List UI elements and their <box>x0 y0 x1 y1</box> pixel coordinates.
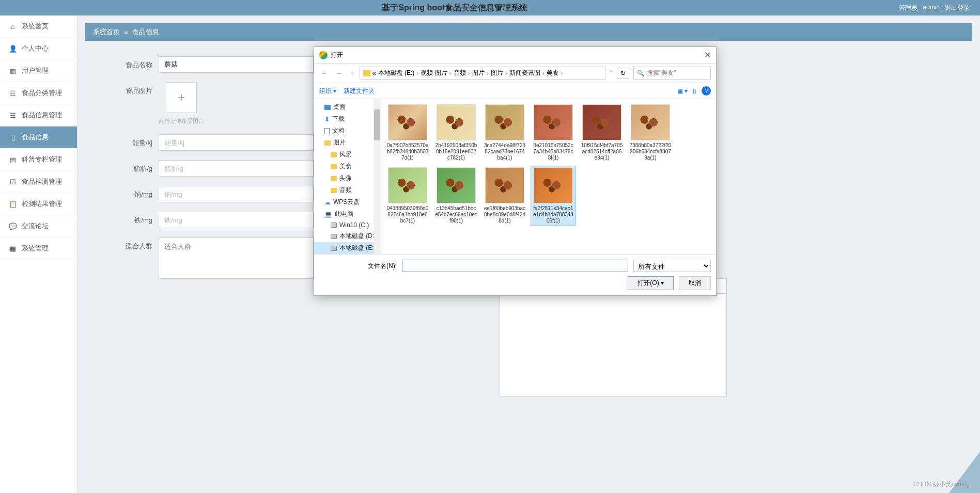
sidebar-item-2[interactable]: ▦用户管理 <box>0 60 77 82</box>
open-button[interactable]: 打开(O) ▾ <box>628 276 674 290</box>
file-thumbnail <box>582 104 621 140</box>
file-name: 2b4192508af350b0b16e2081ee802c782(1) <box>435 142 477 161</box>
path-segment[interactable]: 图片 <box>472 69 485 77</box>
sidebar-item-5[interactable]: ▯食品信息 <box>0 126 77 149</box>
breadcrumb-home[interactable]: 系统首页 <box>93 27 120 37</box>
file-item-0[interactable]: 0a7f907b852570eb82fb34840b35037d(1) <box>385 103 430 162</box>
energy-label: 能量/kj <box>116 134 152 148</box>
forward-icon[interactable]: → <box>334 69 344 78</box>
file-icon: ▯ <box>9 134 17 141</box>
tree-item-4[interactable]: 风景 <box>314 149 381 161</box>
sodium-input[interactable] <box>159 186 314 202</box>
path-segment[interactable]: 新闻资讯图 <box>509 69 540 77</box>
path-bar[interactable]: « 本地磁盘 (E:)›视频 图片›音频›图片›图片›新闻资讯图›美食› <box>360 67 605 79</box>
path-segment[interactable]: 美食 <box>547 69 559 77</box>
file-item-4[interactable]: 10f915df4bf7a705acd82514cff2a06e34(1) <box>580 103 624 162</box>
tree-item-1[interactable]: ⬇下载 <box>314 113 381 125</box>
path-segment[interactable]: 音频 <box>454 69 466 77</box>
scrollbar-thumb[interactable] <box>374 109 380 140</box>
tree-item-9[interactable]: 💻此电脑 <box>314 208 381 220</box>
tree-label: 音频 <box>339 186 352 195</box>
file-item-2[interactable]: 3ce2744da98f72382caad73be1674ba4(1) <box>483 103 527 162</box>
path-dropdown-icon[interactable]: ˅ <box>610 70 613 77</box>
file-item-7[interactable]: c13b45bad51bbce54b7ec69ec10ecf90(1) <box>434 166 478 225</box>
sidebar: ⌂系统首页👤个人中心▦用户管理☰食品分类管理☰食品信息管理▯食品信息▤科普专栏管… <box>0 15 77 493</box>
tree-scrollbar[interactable] <box>374 99 381 254</box>
file-item-6[interactable]: 0438895039f88d0622c6a1bb910e6bc7(1) <box>385 166 430 225</box>
fat-input[interactable] <box>159 160 314 177</box>
breadcrumb-current: 食品信息 <box>132 27 159 37</box>
sidebar-item-9[interactable]: 💬交流论坛 <box>0 215 77 237</box>
filename-input[interactable] <box>402 260 628 272</box>
close-icon[interactable]: ✕ <box>704 50 711 60</box>
tree-item-3[interactable]: 图片 <box>314 137 381 149</box>
editor-body[interactable] <box>500 293 727 396</box>
folder-tree: 桌面⬇下载文档图片风景美食头像音频☁WPS云盘💻此电脑Win10 (C:)本地磁… <box>314 99 381 254</box>
logout-link[interactable]: 退出登录 <box>945 4 970 12</box>
organize-menu[interactable]: 组织 ▾ <box>319 87 336 96</box>
sidebar-item-6[interactable]: ▤科普专栏管理 <box>0 149 77 171</box>
username: admin <box>923 4 940 12</box>
clip-icon: 📋 <box>9 200 17 208</box>
tree-item-0[interactable]: 桌面 <box>314 101 381 113</box>
breadcrumb: 系统首页 ≡ 食品信息 <box>85 23 972 41</box>
file-item-3[interactable]: 8e21016b75052c7a34b45b83479c8f(1) <box>531 103 575 162</box>
preview-pane-icon[interactable]: ▯ <box>693 87 696 94</box>
path-segment[interactable]: 本地磁盘 (E:) <box>378 69 415 77</box>
file-name: 8e21016b75052c7a34b45b83479c8f(1) <box>532 142 574 161</box>
file-item-5[interactable]: 7388b80a3722f20906b634ccfa38079a(1) <box>628 103 673 162</box>
sidebar-item-7[interactable]: ☑食品检测管理 <box>0 171 77 193</box>
sidebar-label: 个人中心 <box>22 44 49 53</box>
cancel-button[interactable]: 取消 <box>679 276 711 290</box>
tree-item-12[interactable]: 本地磁盘 (E:) <box>314 242 381 254</box>
file-item-9[interactable]: fa2f2811e34ceb1e1d4b8da78834306f(1) <box>531 166 575 225</box>
sidebar-label: 用户管理 <box>22 66 49 75</box>
sidebar-label: 系统首页 <box>22 22 49 31</box>
back-icon[interactable]: ← <box>319 69 330 78</box>
sidebar-item-10[interactable]: ▦系统管理 <box>0 237 77 260</box>
tree-item-6[interactable]: 头像 <box>314 172 381 184</box>
food-name-input[interactable] <box>159 56 314 73</box>
tree-item-11[interactable]: 本地磁盘 (D:) <box>314 230 381 242</box>
energy-input[interactable] <box>159 134 314 151</box>
tree-item-8[interactable]: ☁WPS云盘 <box>314 196 381 208</box>
path-segment[interactable]: 图片 <box>491 69 503 77</box>
tree-item-5[interactable]: 美食 <box>314 161 381 172</box>
path-segment[interactable]: 视频 图片 <box>421 69 447 77</box>
path-prefix: « <box>372 70 376 77</box>
new-folder-button[interactable]: 新建文件夹 <box>344 87 375 96</box>
upload-button[interactable]: + <box>166 82 197 113</box>
filetype-filter[interactable]: 所有文件 <box>633 260 711 272</box>
tree-label: 本地磁盘 (E:) <box>339 244 376 252</box>
header-user-area: 管理员 admin 退出登录 <box>899 4 970 12</box>
food-name-label: 食品名称 <box>116 56 152 70</box>
refresh-button[interactable]: ↻ <box>617 68 629 79</box>
file-item-1[interactable]: 2b4192508af350b0b16e2081ee802c782(1) <box>434 103 478 162</box>
sidebar-item-4[interactable]: ☰食品信息管理 <box>0 104 77 126</box>
dialog-titlebar[interactable]: 打开 ✕ <box>314 47 716 63</box>
sidebar-label: 检测结果管理 <box>22 199 62 209</box>
file-item-8[interactable]: ee1f80beb903bac0be8c09e0d8f42d8d(1) <box>483 166 527 225</box>
tree-item-10[interactable]: Win10 (C:) <box>314 220 381 230</box>
tree-item-2[interactable]: 文档 <box>314 125 381 137</box>
chrome-icon <box>319 51 328 59</box>
file-name: 3ce2744da98f72382caad73be1674ba4(1) <box>484 142 526 161</box>
sidebar-item-3[interactable]: ☰食品分类管理 <box>0 82 77 104</box>
help-icon[interactable]: ? <box>702 86 711 96</box>
file-thumbnail <box>485 167 524 203</box>
file-name: 10f915df4bf7a705acd82514cff2a06e34(1) <box>581 142 623 161</box>
view-mode-icon[interactable]: ▦ ▾ <box>677 87 688 94</box>
sidebar-item-0[interactable]: ⌂系统首页 <box>0 15 77 38</box>
sidebar-item-1[interactable]: 👤个人中心 <box>0 38 77 60</box>
check-icon: ☑ <box>9 178 17 185</box>
chevron-right-icon: › <box>487 70 489 77</box>
iron-input[interactable] <box>159 212 314 228</box>
up-icon[interactable]: ↑ <box>348 69 355 78</box>
file-thumbnail <box>437 167 476 203</box>
tree-item-7[interactable]: 音频 <box>314 184 381 196</box>
crowd-textarea[interactable] <box>159 237 314 279</box>
tree-label: 文档 <box>332 126 345 135</box>
dialog-title: 打开 <box>331 51 343 59</box>
sidebar-item-8[interactable]: 📋检测结果管理 <box>0 193 77 215</box>
search-box[interactable]: 🔍 搜索"美食" <box>633 67 711 79</box>
